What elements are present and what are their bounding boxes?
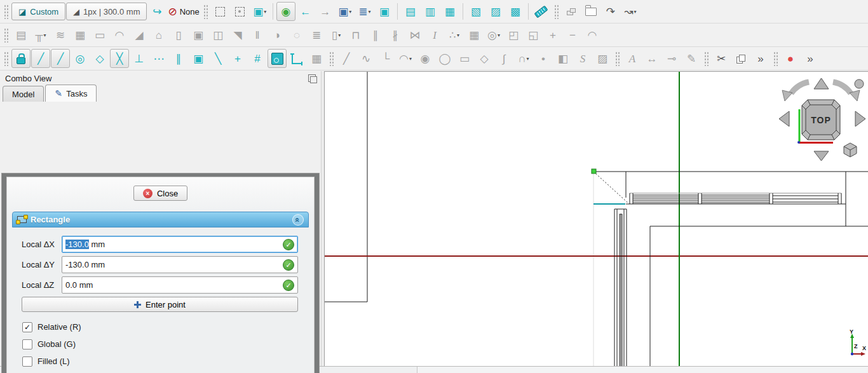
arch-roof-icon[interactable]: ◥ [228,25,247,44]
arch-add-component-icon[interactable]: + [543,25,562,44]
snap-center-icon[interactable]: ◎ [71,49,90,68]
measure-icon[interactable] [532,2,551,21]
arch-survey-icon[interactable]: ◠ [583,25,602,44]
3d-viewport[interactable]: TOP Y Z X [324,71,868,367]
toolbar-grip[interactable] [554,4,559,19]
draft-hatch-icon[interactable]: ▨ [593,49,612,68]
snap-extension-icon[interactable]: ⋯ [149,49,168,68]
checkbox-global-g[interactable]: Global (G) [22,336,298,353]
arch-rebar-icon[interactable]: ≋ [51,25,70,44]
arch-terrain-icon[interactable]: ◢ [130,25,149,44]
tab-model[interactable]: Model [3,86,44,102]
checkbox-box[interactable] [22,339,32,349]
macro-record-icon[interactable]: ● [781,49,800,68]
snap-grid-icon[interactable]: # [248,49,267,68]
view-fit-icon[interactable]: ▣▾ [336,2,355,21]
arch-wall-icon[interactable]: ▤ [11,25,31,44]
toolbar-grip[interactable] [615,51,620,66]
draft-ellipse-icon[interactable]: ◯ [435,49,454,68]
arch-multimaterial-icon[interactable]: ∴▾ [445,25,464,44]
view-axonometric-icon[interactable]: ▣ [375,2,394,21]
nav-small-cube-icon[interactable] [844,143,857,157]
view-top-icon[interactable]: ▥ [421,2,440,21]
draft-line-icon[interactable]: ╱ [337,49,356,68]
arch-remove-component-icon[interactable]: − [563,25,582,44]
arch-cut-plane-icon[interactable]: ◱ [524,25,543,44]
snap-angle-icon[interactable]: ◇ [90,49,109,68]
draft-polygon-icon[interactable]: ◇ [475,49,494,68]
arch-cut-object-icon[interactable]: ◰ [504,25,523,44]
toolbar-grip[interactable] [329,51,334,66]
snap-perpendicular-icon[interactable]: ⊥ [130,49,149,68]
view-right-icon[interactable]: ▦ [440,2,459,21]
paste-icon[interactable] [731,49,750,68]
draft-fillet-icon[interactable]: └ [376,49,395,68]
arch-window-icon[interactable]: ◫ [208,25,227,44]
toolbar-overflow-2-icon[interactable]: » [801,49,820,68]
snap-working-plane-icon[interactable] [268,49,287,68]
navigation-cube[interactable]: TOP [776,73,868,163]
open-folder-icon[interactable] [581,2,600,21]
toolbar-grip[interactable] [4,51,8,66]
draft-bspline-icon[interactable]: ∫ [494,49,513,68]
nav-arrow-up[interactable] [814,78,829,89]
rotate-right-arrow-icon[interactable] [833,82,851,93]
part-simple-copy-icon[interactable] [562,2,581,21]
draft-arc-icon[interactable]: ◠▾ [396,49,415,68]
nav-dot-menu-icon[interactable] [855,79,864,88]
draft-label-icon[interactable]: ⊸ [662,49,681,68]
arch-drawing-icon[interactable]: ▯ [169,25,188,44]
arch-axis-icon[interactable]: ǁ [248,25,267,44]
nav-arrow-left[interactable] [779,111,789,126]
arch-site-icon[interactable]: ◠ [110,25,129,44]
arch-structure-icon[interactable]: ╥▾ [31,25,50,44]
draft-facebinder-icon[interactable]: ◧ [553,49,573,68]
nav-forward-icon[interactable]: → [316,2,335,21]
close-button[interactable]: × Close [133,186,187,201]
arch-axis-system-icon[interactable]: ◑ [268,25,287,44]
toolbar-grip[interactable] [203,4,208,19]
nav-cube-top-label[interactable]: TOP [811,115,831,125]
draft-rectangle-icon[interactable]: ▭ [455,49,474,68]
rectangle-section-header[interactable]: Rectangle « [12,212,309,227]
arch-truss-icon[interactable]: ⋈ [405,25,424,44]
arch-frame-icon[interactable]: ⊓ [346,25,365,44]
arch-project-icon[interactable]: ▭ [90,25,109,44]
arch-equipment-icon[interactable]: ▯▾ [327,25,346,44]
box-selection-icon[interactable] [231,2,250,21]
toolbar-grip[interactable] [4,27,8,43]
toolbar-grip[interactable] [4,4,8,19]
arch-fence-icon[interactable]: ∥ [366,25,385,44]
arch-profile-icon[interactable]: I [425,25,444,44]
share-icon[interactable]: ↝▾ [621,2,640,21]
snap-ortho-icon[interactable]: + [228,49,247,68]
checkbox-box[interactable]: ✓ [22,322,32,332]
collapse-section-icon[interactable]: « [292,214,304,226]
draft-text-icon[interactable]: A [623,49,642,68]
nav-arrow-down[interactable] [814,151,829,161]
draw-style-icon[interactable]: ≣▾ [355,2,374,21]
snap-intersection-icon[interactable]: ╳ [110,49,129,68]
cut-icon[interactable]: ✂ [712,49,731,68]
toolbar-grip[interactable] [773,51,778,66]
view-rear-icon[interactable]: ▧ [466,2,485,21]
nav-cube-face[interactable]: TOP [802,100,840,140]
snap-parallel-icon[interactable]: ∥ [169,49,188,68]
snap-special-icon[interactable]: ▣ [189,49,208,68]
view-front-icon[interactable]: ▤ [401,2,420,21]
checkbox-box[interactable] [22,356,32,367]
draft-shapestring-icon[interactable]: S [573,49,592,68]
checkbox-continue-t[interactable]: Continue (T) [22,370,298,373]
arch-section-plane-icon[interactable]: ◌ [287,25,306,44]
toolbar-overflow-icon[interactable]: » [751,49,770,68]
snap-midpoint-icon[interactable]: ╱ [51,49,70,68]
view-bottom-icon[interactable]: ▨ [486,2,505,21]
snap-lock-icon[interactable] [11,49,31,68]
local-dx-input[interactable]: -130.0 mm ✓ [62,236,298,253]
toolbar-grip[interactable] [704,51,709,66]
draft-dimension-icon[interactable]: ↔ [642,49,661,68]
checkbox-relative-r[interactable]: ✓Relative (R) [22,318,298,336]
snap-dimensions-icon[interactable] [287,49,306,68]
draft-bezier-icon[interactable]: ∩▾ [514,49,533,68]
snap-endpoint-icon[interactable]: ╱ [31,49,50,68]
